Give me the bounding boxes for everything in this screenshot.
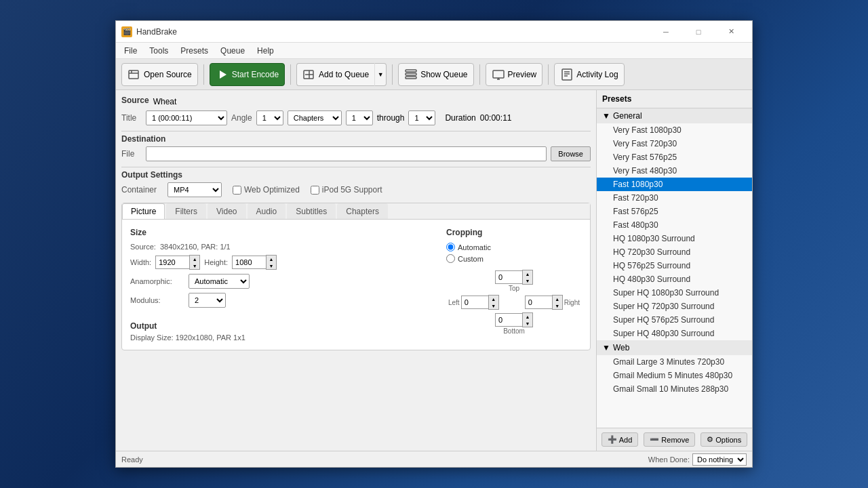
crop-custom-radio[interactable]	[446, 254, 455, 263]
preset-fast-720[interactable]: Fast 720p30	[597, 191, 752, 205]
browse-button[interactable]: Browse	[551, 146, 591, 161]
height-decrement[interactable]: ▼	[267, 262, 276, 269]
container-label: Container	[121, 185, 162, 195]
tab-filters[interactable]: Filters	[166, 203, 206, 219]
general-collapse-icon: ▼	[602, 111, 610, 121]
add-to-queue-wrapper: Add to Queue ▼	[296, 63, 387, 86]
crop-top-increment[interactable]: ▲	[523, 270, 532, 277]
crop-bottom-input[interactable]	[495, 313, 522, 327]
preset-very-fast-720[interactable]: Very Fast 720p30	[597, 137, 752, 150]
general-group-items: Very Fast 1080p30 Very Fast 720p30 Very …	[597, 123, 752, 340]
title-bar: 🎬 HandBrake ─ □ ✕	[116, 21, 752, 43]
crop-right-increment[interactable]: ▲	[553, 296, 562, 302]
crop-right-decrement[interactable]: ▼	[553, 302, 562, 309]
width-decrement[interactable]: ▼	[190, 262, 199, 269]
menu-tools[interactable]: Tools	[144, 45, 174, 57]
crop-automatic-radio[interactable]	[446, 243, 455, 251]
preset-gmail-large[interactable]: Gmail Large 3 Minutes 720p30	[597, 355, 752, 369]
preset-very-fast-1080[interactable]: Very Fast 1080p30	[597, 123, 752, 137]
svg-marker-1	[220, 70, 226, 79]
when-done-select[interactable]: Do nothing	[692, 453, 747, 466]
add-preset-button[interactable]: ➕ Add	[601, 432, 639, 447]
container-select[interactable]: MP4	[167, 182, 222, 197]
show-queue-button[interactable]: Show Queue	[398, 63, 473, 86]
chapter-start-select[interactable]: 1	[346, 110, 373, 125]
menu-file[interactable]: File	[119, 45, 142, 57]
presets-panel: Presets ▼ General Very Fast 1080p30 Very…	[596, 90, 752, 451]
crop-top-input[interactable]	[495, 270, 522, 284]
chapter-end-select[interactable]: 1	[408, 110, 435, 125]
open-source-button[interactable]: Open Source	[121, 63, 198, 86]
remove-preset-button[interactable]: ➖ Remove	[644, 432, 695, 447]
tab-picture[interactable]: Picture	[122, 203, 165, 219]
ipod-group: iPod 5G Support	[311, 185, 382, 195]
preset-group-web[interactable]: ▼ Web	[597, 340, 752, 355]
crop-bottom-decrement[interactable]: ▼	[523, 320, 532, 327]
crop-left-label: Left	[448, 299, 460, 306]
add-queue-dropdown[interactable]: ▼	[374, 63, 387, 86]
add-label: Add	[619, 436, 633, 444]
presets-header: Presets	[597, 90, 752, 108]
tab-subtitles[interactable]: Subtitles	[287, 203, 336, 219]
width-input[interactable]	[155, 256, 189, 269]
destination-label: Destination	[121, 134, 591, 144]
file-input[interactable]	[146, 146, 547, 161]
angle-select[interactable]: 1	[256, 110, 283, 125]
width-increment[interactable]: ▲	[190, 256, 199, 262]
crop-left-decrement[interactable]: ▼	[489, 302, 498, 309]
options-button[interactable]: ⚙ Options	[701, 432, 747, 447]
tab-audio[interactable]: Audio	[248, 203, 286, 219]
height-increment[interactable]: ▲	[267, 256, 276, 262]
anamorphic-select[interactable]: Automatic	[189, 274, 250, 289]
crop-right-input[interactable]	[525, 296, 552, 309]
crop-custom-option[interactable]: Custom	[446, 254, 582, 263]
preset-superhq-480[interactable]: Super HQ 480p30 Surround	[597, 327, 752, 340]
preview-button[interactable]: Preview	[486, 63, 543, 86]
tab-chapters[interactable]: Chapters	[337, 203, 388, 219]
preset-superhq-720[interactable]: Super HQ 720p30 Surround	[597, 300, 752, 313]
title-select[interactable]: 1 (00:00:11)	[146, 110, 227, 125]
preset-hq-576[interactable]: HQ 576p25 Surround	[597, 259, 752, 272]
preset-superhq-576[interactable]: Super HQ 576p25 Surround	[597, 313, 752, 327]
svg-rect-7	[562, 69, 572, 80]
web-optimized-checkbox[interactable]	[233, 186, 241, 195]
minimize-button[interactable]: ─	[650, 22, 682, 42]
preset-very-fast-576[interactable]: Very Fast 576p25	[597, 150, 752, 164]
preset-fast-480[interactable]: Fast 480p30	[597, 218, 752, 232]
preset-fast-576[interactable]: Fast 576p25	[597, 205, 752, 218]
start-encode-button[interactable]: Start Encode	[210, 63, 285, 86]
add-queue-icon	[302, 68, 316, 81]
crop-top-label: Top	[509, 285, 519, 292]
chapters-type-select[interactable]: Chapters	[288, 110, 342, 125]
maximize-button[interactable]: □	[683, 22, 714, 42]
crop-automatic-option[interactable]: Automatic	[446, 243, 582, 251]
source-info-value: 3840x2160, PAR: 1/1	[160, 243, 231, 251]
tab-video[interactable]: Video	[208, 203, 245, 219]
menu-presets[interactable]: Presets	[175, 45, 214, 57]
add-to-queue-button[interactable]: Add to Queue	[296, 63, 374, 86]
menu-queue[interactable]: Queue	[215, 45, 250, 57]
title-label: Title	[121, 113, 142, 123]
preset-very-fast-480[interactable]: Very Fast 480p30	[597, 164, 752, 178]
crop-bottom-increment[interactable]: ▲	[523, 313, 532, 320]
preset-hq-720[interactable]: HQ 720p30 Surround	[597, 245, 752, 259]
anamorphic-row: Anamorphic: Automatic	[130, 274, 433, 289]
preset-gmail-small[interactable]: Gmail Small 10 Minutes 288p30	[597, 382, 752, 396]
preset-hq-1080[interactable]: HQ 1080p30 Surround	[597, 232, 752, 245]
height-input[interactable]	[232, 256, 266, 269]
preset-hq-480[interactable]: HQ 480p30 Surround	[597, 272, 752, 286]
preset-superhq-1080[interactable]: Super HQ 1080p30 Surround	[597, 286, 752, 300]
crop-left-increment[interactable]: ▲	[489, 296, 498, 302]
preset-gmail-medium[interactable]: Gmail Medium 5 Minutes 480p30	[597, 369, 752, 382]
preset-fast-1080[interactable]: Fast 1080p30	[597, 178, 752, 191]
activity-log-button[interactable]: Activity Log	[554, 63, 624, 86]
menu-help[interactable]: Help	[252, 45, 279, 57]
crop-left-input[interactable]	[461, 296, 488, 309]
crop-top-decrement[interactable]: ▼	[523, 277, 532, 284]
close-button[interactable]: ✕	[715, 22, 747, 42]
modulus-row: Modulus: 2	[130, 293, 433, 308]
modulus-select[interactable]: 2	[189, 293, 226, 308]
ipod-checkbox[interactable]	[311, 186, 319, 195]
preset-group-general[interactable]: ▼ General	[597, 108, 752, 123]
svg-rect-0	[129, 70, 138, 79]
